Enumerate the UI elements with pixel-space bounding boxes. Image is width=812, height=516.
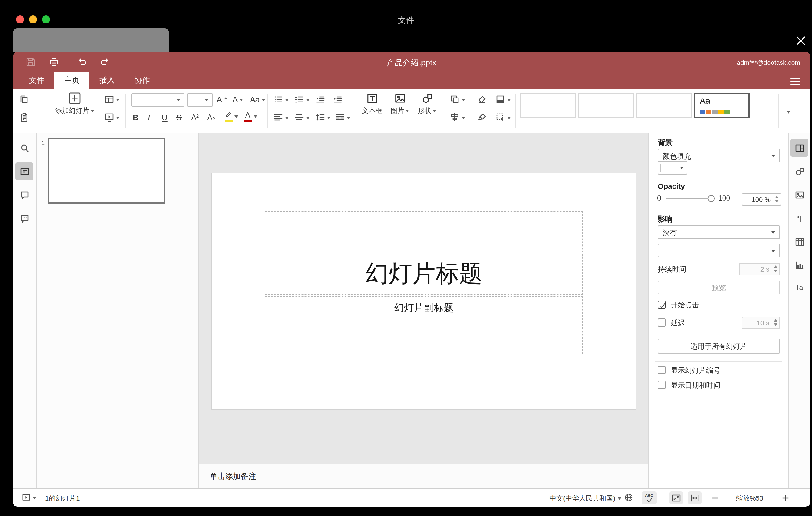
table-settings-icon[interactable]: [790, 233, 808, 251]
toolbar-separator: [471, 94, 471, 128]
slides-panel-icon[interactable]: [16, 162, 33, 180]
shape-settings-icon[interactable]: [790, 162, 808, 180]
background-color-select[interactable]: [658, 161, 687, 175]
insert-textbox-button[interactable]: 文本框: [357, 93, 387, 115]
delay-label: 延迟: [671, 318, 685, 328]
menu-icon[interactable]: [790, 76, 800, 86]
theme-option-selected[interactable]: Aa: [694, 93, 750, 118]
strikeout-button[interactable]: S: [176, 111, 182, 124]
effect-select[interactable]: 没有: [658, 225, 780, 239]
shape-label: 形状: [418, 106, 431, 115]
fit-slide-icon[interactable]: [669, 491, 683, 504]
tab-collaboration[interactable]: 协作: [125, 72, 160, 89]
change-case-button[interactable]: Aa: [250, 93, 265, 106]
chat-icon[interactable]: [16, 209, 33, 227]
slide-canvas[interactable]: 幻灯片标题 幻灯片副标题: [212, 173, 636, 409]
comments-icon[interactable]: [16, 186, 33, 204]
notes-area[interactable]: 单击添加备注: [199, 463, 648, 489]
horizontal-align-button[interactable]: [273, 111, 289, 124]
background-fill-select[interactable]: 颜色填充: [658, 149, 780, 162]
zoom-out-icon[interactable]: [710, 493, 720, 503]
arrange-shape-button[interactable]: [450, 93, 465, 106]
set-language-icon[interactable]: [624, 492, 634, 503]
duration-input[interactable]: 2 s: [739, 263, 780, 275]
status-bar: 1的幻灯片1 中文(中华人民共和国) ABC 缩放%53: [13, 488, 810, 507]
subtitle-placeholder[interactable]: 幻灯片副标题: [265, 296, 583, 354]
italic-button[interactable]: I: [147, 111, 150, 124]
apply-to-all-button[interactable]: 适用于所有幻灯片: [658, 339, 780, 354]
start-slideshow-statusbar-button[interactable]: [19, 491, 39, 504]
spinner-arrows[interactable]: [774, 265, 778, 272]
show-date-time-checkbox[interactable]: [658, 381, 666, 389]
zoom-in-icon[interactable]: [781, 493, 790, 503]
left-sidebar: [13, 133, 37, 489]
search-icon[interactable]: [16, 139, 33, 157]
font-name-select[interactable]: [132, 93, 184, 107]
paragraph-settings-icon[interactable]: ¶: [790, 209, 808, 227]
shrink-font-button[interactable]: A: [233, 93, 243, 106]
clear-style-button[interactable]: [477, 93, 487, 106]
show-slide-number-checkbox[interactable]: [658, 366, 666, 374]
align-shape-button[interactable]: [450, 111, 465, 124]
language-select[interactable]: 中文(中华人民共和国): [549, 494, 621, 503]
add-slide-button[interactable]: 添加幻灯片: [49, 91, 100, 115]
decrease-indent-button[interactable]: [315, 93, 325, 106]
font-color-button[interactable]: A: [244, 109, 257, 123]
superscript-button[interactable]: A²: [191, 111, 199, 124]
insert-image-button[interactable]: 图片: [387, 93, 413, 115]
increase-indent-button[interactable]: [332, 93, 343, 106]
textart-settings-icon[interactable]: Ta: [790, 278, 808, 296]
underline-button[interactable]: U: [162, 111, 168, 124]
line-spacing-button[interactable]: [315, 111, 331, 124]
fit-width-icon[interactable]: [688, 491, 701, 504]
subscript-button[interactable]: A₂: [207, 111, 215, 124]
grow-font-button[interactable]: A: [216, 93, 227, 106]
start-on-click-checkbox[interactable]: [658, 300, 666, 309]
spinner-arrows[interactable]: [775, 196, 779, 202]
slide-indicator: 1的幻灯片1: [45, 494, 80, 503]
opacity-slider[interactable]: [666, 198, 711, 199]
opacity-input[interactable]: 100 %: [742, 193, 781, 205]
slide-layout-button[interactable]: [104, 93, 120, 106]
vertical-align-button[interactable]: [294, 111, 310, 124]
copy-style-button[interactable]: [477, 111, 487, 124]
insert-shape-button[interactable]: 形状: [414, 93, 440, 115]
columns-button[interactable]: [335, 111, 350, 124]
start-slideshow-button[interactable]: [104, 111, 120, 124]
theme-option[interactable]: [636, 93, 692, 118]
toolbar-separator: [353, 94, 354, 128]
tab-home[interactable]: 主页: [54, 72, 89, 89]
tab-file[interactable]: 文件: [19, 72, 54, 89]
shape-fill-button[interactable]: [495, 93, 511, 106]
effect-type-select[interactable]: [658, 244, 780, 257]
delay-input[interactable]: 10 s: [742, 317, 780, 329]
bullets-button[interactable]: [273, 93, 289, 106]
highlight-color-button[interactable]: [224, 109, 238, 123]
numbering-button[interactable]: [294, 93, 310, 106]
show-slide-number-label: 显示幻灯片编号: [671, 366, 720, 375]
duration-label: 持续时间: [658, 265, 686, 274]
chart-settings-icon[interactable]: [790, 256, 808, 274]
spinner-arrows[interactable]: [774, 319, 778, 326]
image-settings-icon[interactable]: [790, 186, 808, 204]
title-placeholder[interactable]: 幻灯片标题: [265, 211, 583, 295]
toolbar-separator: [267, 94, 268, 128]
delay-checkbox[interactable]: [658, 318, 666, 326]
slide-settings-icon[interactable]: [790, 139, 808, 157]
theme-gallery-expand-button[interactable]: [787, 105, 790, 118]
slider-handle[interactable]: [708, 195, 715, 202]
font-size-select[interactable]: [187, 93, 213, 107]
theme-preview-text: Aa: [700, 96, 710, 106]
select-objects-button[interactable]: [495, 111, 511, 124]
slide-thumbnail[interactable]: [48, 138, 165, 204]
theme-option[interactable]: [578, 93, 634, 118]
close-icon[interactable]: [795, 33, 810, 48]
spellcheck-icon[interactable]: ABC: [642, 491, 657, 504]
tab-insert[interactable]: 插入: [89, 72, 125, 89]
notes-placeholder: 单击添加备注: [210, 471, 256, 482]
bold-button[interactable]: B: [133, 111, 139, 124]
copy-button[interactable]: [19, 93, 29, 106]
paste-button[interactable]: [19, 111, 29, 124]
theme-option[interactable]: [520, 93, 576, 118]
preview-button[interactable]: 预览: [658, 281, 780, 294]
